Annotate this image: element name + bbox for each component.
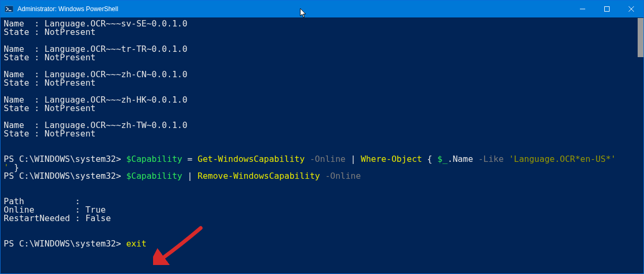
svg-rect-3 [605,7,610,12]
terminal-line: Name : Language.OCR~~~zh-HK~0.0.1.0 [4,96,640,104]
titlebar[interactable]: Administrator: Windows PowerShell [1,1,643,17]
vertical-scrollbar[interactable] [638,18,643,57]
close-button[interactable] [619,1,643,17]
terminal-line: Name : Language.OCR~~~zh-TW~0.0.1.0 [4,121,640,130]
terminal-line: PS C:\WINDOWS\system32> exit [4,240,640,248]
terminal-line: Name : Language.OCR~~~zh-CN~0.0.1.0 [4,70,640,79]
terminal-line: Name : Language.OCR~~~sv-SE~0.0.1.0 [4,20,640,28]
svg-rect-0 [5,6,13,12]
terminal-line: RestartNeeded : False [4,214,640,223]
terminal-line [4,189,640,197]
terminal-line: PS C:\WINDOWS\system32> $Capability = Ge… [4,155,640,163]
terminal-line: State : NotPresent [4,28,640,36]
window-controls [570,1,643,17]
terminal-line: State : NotPresent [4,53,640,62]
minimize-button[interactable] [570,1,595,17]
powershell-icon [5,5,13,13]
maximize-button[interactable] [595,1,619,17]
terminal-line [4,138,640,147]
terminal-line: State : NotPresent [4,104,640,113]
terminal-output[interactable]: Name : Language.OCR~~~sv-SE~0.0.1.0State… [1,17,643,273]
terminal-line: PS C:\WINDOWS\system32> $Capability | Re… [4,172,640,180]
terminal-line: State : NotPresent [4,79,640,87]
terminal-line [4,223,640,231]
terminal-line: Name : Language.OCR~~~tr-TR~0.0.1.0 [4,45,640,53]
terminal-line [4,180,640,189]
window-title: Administrator: Windows PowerShell [17,5,118,13]
terminal-line: State : NotPresent [4,130,640,138]
powershell-window: Administrator: Windows PowerShell Name :… [0,0,644,274]
